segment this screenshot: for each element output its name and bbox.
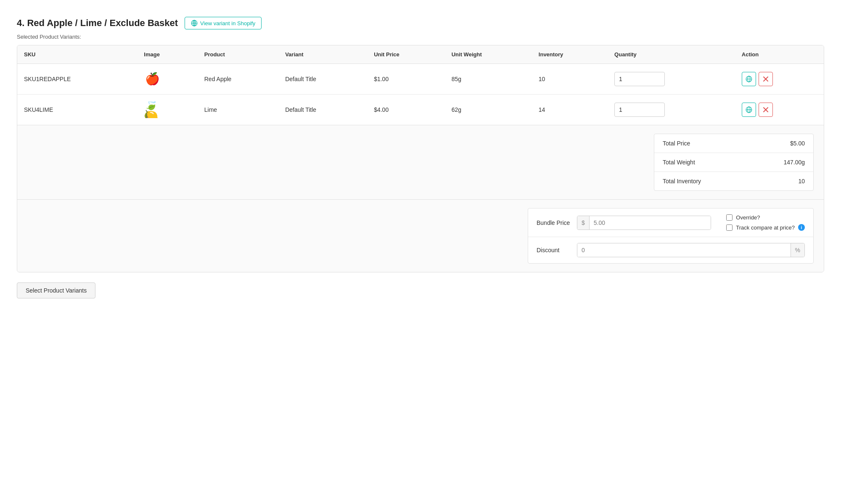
discount-row: Discount % <box>528 237 813 263</box>
view-variant-button[interactable]: View variant in Shopify <box>185 17 262 29</box>
currency-symbol: $ <box>577 216 590 230</box>
bundle-price-row: Bundle Price $ Override? Track compare a… <box>528 208 813 237</box>
track-compare-checkbox[interactable] <box>726 224 733 231</box>
product-image: 🍃🍋 <box>144 101 161 118</box>
selected-label: Selected Product Variants: <box>17 34 824 40</box>
quantity-cell <box>608 64 735 95</box>
product-cell: Lime <box>198 95 278 125</box>
variants-table: SKU Image Product Variant Unit Price Uni… <box>17 45 824 125</box>
col-header-sku: SKU <box>17 45 137 64</box>
total-inventory-row: Total Inventory 10 <box>654 172 813 190</box>
quantity-cell <box>608 95 735 125</box>
track-compare-item: Track compare at price? i <box>726 224 805 231</box>
total-price-row: Total Price $5.00 <box>654 134 813 153</box>
bundle-price-label: Bundle Price <box>537 219 570 226</box>
table-row: SKU1REDAPPLE 🍎 Red Apple Default Title $… <box>17 64 824 95</box>
close-icon <box>763 77 768 82</box>
unit-weight-cell: 85g <box>445 64 532 95</box>
totals-box: Total Price $5.00 Total Weight 147.00g T… <box>654 134 814 191</box>
table-header-row: SKU Image Product Variant Unit Price Uni… <box>17 45 824 64</box>
bundle-price-input-wrapper: $ <box>577 216 711 230</box>
bundle-section: Bundle Price $ Override? Track compare a… <box>17 199 824 272</box>
col-header-unit-weight: Unit Weight <box>445 45 532 64</box>
action-cell <box>735 95 824 125</box>
product-image: 🍎 <box>144 71 161 87</box>
sku-cell: SKU4LIME <box>17 95 137 125</box>
total-weight-row: Total Weight 147.00g <box>654 153 813 172</box>
col-header-image: Image <box>137 45 197 64</box>
bundle-price-input[interactable] <box>590 216 711 230</box>
product-cell: Red Apple <box>198 64 278 95</box>
unit-price-cell: $1.00 <box>367 64 445 95</box>
close-icon <box>763 107 768 112</box>
col-header-unit-price: Unit Price <box>367 45 445 64</box>
override-label: Override? <box>736 214 760 221</box>
total-weight-value: 147.00g <box>783 159 805 166</box>
unit-weight-cell: 62g <box>445 95 532 125</box>
image-cell: 🍎 <box>137 64 197 95</box>
inventory-cell: 14 <box>532 95 608 125</box>
col-header-inventory: Inventory <box>532 45 608 64</box>
totals-section: Total Price $5.00 Total Weight 147.00g T… <box>17 125 824 199</box>
action-cell <box>735 64 824 95</box>
variant-cell: Default Title <box>278 64 367 95</box>
total-weight-label: Total Weight <box>663 159 695 166</box>
bundle-box: Bundle Price $ Override? Track compare a… <box>528 208 814 264</box>
col-header-variant: Variant <box>278 45 367 64</box>
product-emoji: 🍎 <box>145 73 160 85</box>
globe-small-icon <box>746 76 752 82</box>
col-header-quantity: Quantity <box>608 45 735 64</box>
discount-label: Discount <box>537 247 570 253</box>
footer-section: Select Product Variants <box>17 272 824 309</box>
sku-cell: SKU1REDAPPLE <box>17 64 137 95</box>
track-compare-label: Track compare at price? <box>736 224 795 231</box>
action-buttons <box>742 72 817 86</box>
image-cell: 🍃🍋 <box>137 95 197 125</box>
info-icon[interactable]: i <box>798 224 805 231</box>
action-buttons <box>742 103 817 117</box>
unit-price-cell: $4.00 <box>367 95 445 125</box>
table-row: SKU4LIME 🍃🍋 Lime Default Title $4.00 62g… <box>17 95 824 125</box>
col-header-product: Product <box>198 45 278 64</box>
override-item: Override? <box>726 214 805 221</box>
select-variants-button[interactable]: Select Product Variants <box>17 282 95 298</box>
page-title: 4. Red Apple / Lime / Exclude Basket <box>17 18 178 29</box>
override-checkbox[interactable] <box>726 214 733 221</box>
total-price-value: $5.00 <box>790 140 805 147</box>
remove-row-button[interactable] <box>759 72 773 86</box>
main-card: SKU Image Product Variant Unit Price Uni… <box>17 45 824 272</box>
remove-row-button[interactable] <box>759 103 773 117</box>
page-header: 4. Red Apple / Lime / Exclude Basket Vie… <box>17 17 824 29</box>
globe-small-icon <box>746 106 752 113</box>
total-inventory-value: 10 <box>798 178 805 185</box>
view-shopify-button[interactable] <box>742 72 756 86</box>
total-inventory-label: Total Inventory <box>663 178 701 185</box>
variant-cell: Default Title <box>278 95 367 125</box>
total-price-label: Total Price <box>663 140 690 147</box>
view-variant-label: View variant in Shopify <box>200 20 255 26</box>
override-section: Override? Track compare at price? i <box>726 214 805 231</box>
quantity-input[interactable] <box>614 103 665 117</box>
discount-input-wrapper: % <box>577 243 805 257</box>
inventory-cell: 10 <box>532 64 608 95</box>
col-header-action: Action <box>735 45 824 64</box>
view-shopify-button[interactable] <box>742 103 756 117</box>
product-emoji: 🍃🍋 <box>144 101 161 118</box>
discount-input[interactable] <box>577 243 791 257</box>
globe-icon <box>191 20 198 26</box>
percent-symbol: % <box>791 243 804 257</box>
quantity-input[interactable] <box>614 72 665 86</box>
